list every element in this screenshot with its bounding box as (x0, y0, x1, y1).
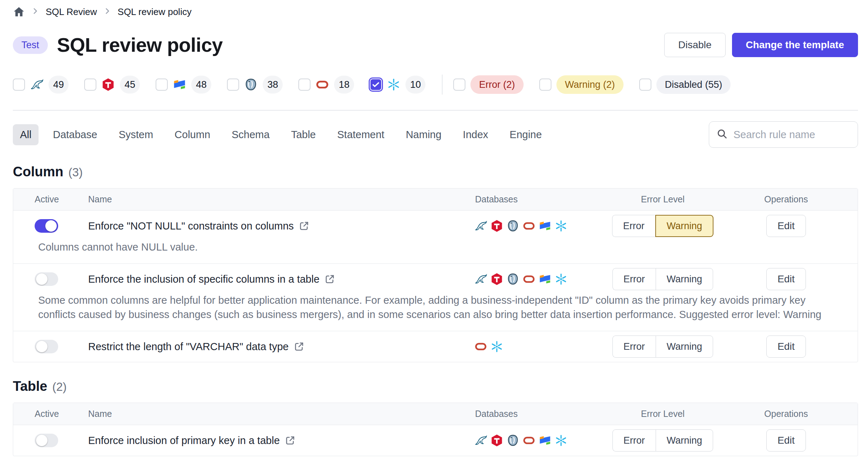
table-row: Enforce "NOT NULL" constraints on column… (13, 211, 858, 241)
edit-rule-button[interactable]: Edit (766, 215, 806, 237)
rule-active-toggle[interactable] (35, 340, 58, 353)
rule-active-toggle[interactable] (35, 219, 58, 233)
engine-filter-checkbox[interactable] (370, 79, 382, 91)
search-box (709, 121, 858, 148)
engine-rule-count: 45 (120, 76, 140, 94)
error-level-button[interactable]: Error (612, 215, 655, 237)
warning-level-button[interactable]: Warning (656, 429, 713, 452)
engine-rule-count: 49 (49, 76, 69, 94)
disable-button[interactable]: Disable (664, 33, 725, 57)
change-template-button[interactable]: Change the template (732, 33, 858, 57)
error-level-segmented: ErrorWarning (612, 429, 713, 452)
tab-naming[interactable]: Naming (399, 124, 449, 145)
external-link-icon[interactable] (299, 221, 309, 231)
column-header-active: Active (13, 194, 88, 205)
tab-all[interactable]: All (13, 124, 39, 145)
column-header-error-level: Error Level (611, 409, 715, 419)
tidb-icon (101, 78, 115, 91)
edit-rule-button[interactable]: Edit (766, 429, 806, 452)
snowflake-icon (490, 340, 503, 353)
postgres-icon (506, 220, 519, 232)
engine-filter-snowflake: 10 (370, 76, 425, 94)
rule-active-toggle[interactable] (35, 434, 58, 447)
error-level-button[interactable]: Error (612, 268, 656, 290)
tab-statement[interactable]: Statement (330, 124, 392, 145)
operations-cell: Edit (715, 268, 858, 290)
databases-cell (474, 434, 611, 447)
tab-database[interactable]: Database (46, 124, 104, 145)
divider (13, 110, 858, 111)
snowflake-icon (555, 273, 567, 286)
tidb-icon (490, 220, 503, 232)
breadcrumb-sql-review[interactable]: SQL Review (46, 6, 97, 17)
search-input[interactable] (733, 129, 851, 141)
home-icon[interactable] (13, 6, 25, 18)
snowflake-icon (555, 434, 567, 447)
rule-group: Restrict the length of "VARCHAR" data ty… (13, 331, 858, 362)
engine-rule-count: 38 (263, 76, 283, 94)
tab-column[interactable]: Column (167, 124, 217, 145)
active-cell (13, 219, 88, 233)
databases-cell (474, 220, 611, 232)
level-filter-checkbox[interactable] (639, 79, 651, 91)
column-header-databases: Databases (474, 194, 611, 205)
level-filter-warning: Warning (2) (539, 75, 624, 94)
level-filters: Error (2)Warning (2)Disabled (55) (453, 75, 746, 94)
warning-level-button[interactable]: Warning (656, 336, 713, 358)
tab-table[interactable]: Table (284, 124, 323, 145)
oracle-icon (523, 220, 535, 232)
level-filter-checkbox[interactable] (453, 79, 465, 91)
rule-name-cell: Enforce the inclusion of specific column… (88, 273, 474, 285)
external-link-icon[interactable] (294, 341, 304, 352)
tab-schema[interactable]: Schema (224, 124, 277, 145)
level-filter-checkbox[interactable] (539, 79, 551, 91)
rule-group: Enforce inclusion of primary key in a ta… (13, 425, 858, 456)
external-link-icon[interactable] (324, 274, 335, 284)
rule-group: Enforce the inclusion of specific column… (13, 263, 858, 331)
table-header-row: ActiveNameDatabasesError LevelOperations (13, 403, 858, 425)
mysql-icon (474, 273, 487, 286)
tidb-icon (490, 434, 503, 447)
page-title: SQL review policy (57, 34, 223, 56)
error-level-segmented: ErrorWarning (612, 336, 713, 358)
breadcrumb-current-page: SQL review policy (118, 6, 192, 17)
tab-engine[interactable]: Engine (503, 124, 549, 145)
column-header-databases: Databases (474, 409, 611, 419)
warning-level-button[interactable]: Warning (655, 215, 714, 237)
engine-rule-count: 48 (191, 76, 211, 94)
rule-description: Some common columns are helpful for bett… (13, 293, 858, 331)
engine-filter-checkbox[interactable] (227, 79, 239, 91)
engine-filter-checkbox[interactable] (84, 79, 96, 91)
level-filter-disabled: Disabled (55) (639, 75, 731, 94)
mysql-icon (30, 78, 44, 91)
rule-section-column: Column(3)ActiveNameDatabasesError LevelO… (13, 164, 858, 362)
oracle-icon (316, 78, 329, 91)
engine-filter-checkbox[interactable] (156, 79, 168, 91)
edit-rule-button[interactable]: Edit (766, 268, 806, 290)
tab-index[interactable]: Index (456, 124, 495, 145)
filter-row: 494548381810 Error (2)Warning (2)Disable… (13, 74, 858, 96)
section-count: (3) (68, 166, 82, 179)
rule-active-toggle[interactable] (35, 272, 58, 286)
toggle-knob (45, 220, 57, 232)
engine-filter-checkbox[interactable] (13, 79, 25, 91)
column-header-name: Name (88, 194, 474, 205)
engine-filter-mysql: 49 (13, 76, 69, 94)
engine-rule-count: 10 (405, 76, 425, 94)
search-icon (716, 128, 728, 141)
error-level-segmented: ErrorWarning (612, 215, 714, 237)
error-level-button[interactable]: Error (612, 429, 656, 452)
rule-name: Enforce the inclusion of specific column… (88, 273, 319, 285)
edit-rule-button[interactable]: Edit (766, 336, 806, 358)
rule-name: Restrict the length of "VARCHAR" data ty… (88, 341, 289, 353)
oceanbase-icon (539, 220, 551, 232)
tab-system[interactable]: System (111, 124, 160, 145)
external-link-icon[interactable] (285, 435, 296, 446)
snowflake-icon (555, 220, 567, 232)
error-level-button[interactable]: Error (612, 336, 656, 358)
rule-name: Enforce inclusion of primary key in a ta… (88, 435, 280, 447)
section-heading: Column(3) (13, 164, 858, 180)
engine-filter-checkbox[interactable] (298, 79, 311, 91)
tidb-icon (490, 273, 503, 286)
warning-level-button[interactable]: Warning (656, 268, 713, 290)
